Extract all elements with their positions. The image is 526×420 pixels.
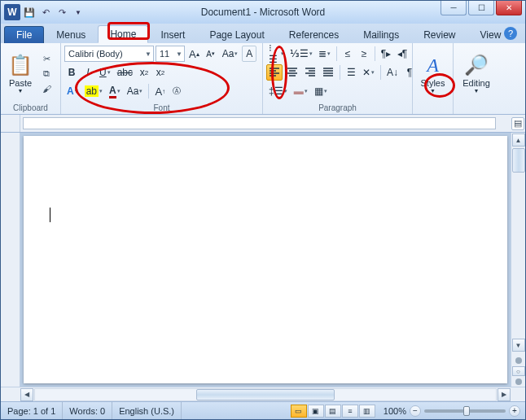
- scroll-left-icon[interactable]: ◀: [20, 388, 33, 401]
- cut-icon[interactable]: ✂: [40, 53, 53, 66]
- borders-icon[interactable]: ▦▾: [312, 83, 330, 99]
- shading-icon[interactable]: ▬▾: [291, 83, 310, 99]
- distributed-button[interactable]: ☰: [344, 64, 358, 81]
- editing-button[interactable]: 🔎 Editing ▼: [457, 47, 496, 101]
- horizontal-ruler[interactable]: [23, 117, 496, 129]
- tab-insert[interactable]: Insert: [148, 26, 197, 43]
- asian-layout-icon[interactable]: ✕▾: [360, 64, 377, 81]
- vertical-scrollbar[interactable]: ▲ ▼ ○: [511, 133, 525, 387]
- status-page[interactable]: Page: 1 of 1: [1, 402, 63, 419]
- font-name-value: Calibri (Body): [68, 49, 123, 59]
- increase-indent-icon[interactable]: ≥: [357, 46, 371, 62]
- font-size-combo[interactable]: 11▼: [156, 46, 185, 62]
- clear-formatting-icon[interactable]: A: [242, 46, 256, 62]
- underline-button[interactable]: U▾: [97, 64, 113, 81]
- styles-button[interactable]: A Styles ▼: [416, 47, 449, 101]
- web-layout-view-icon[interactable]: ▤: [325, 405, 341, 418]
- justify-button[interactable]: [320, 64, 336, 81]
- full-screen-view-icon[interactable]: ▣: [308, 405, 324, 418]
- ruler-toggle-icon[interactable]: ▤: [511, 117, 524, 130]
- bullets-icon[interactable]: ⁝☰▾: [266, 46, 287, 62]
- subscript-button[interactable]: x2: [137, 64, 151, 81]
- title-bar: W 💾 ↶ ↷ ▼ Document1 - Microsoft Word ─ ☐…: [1, 1, 525, 24]
- tab-menus[interactable]: Menus: [44, 26, 98, 43]
- tab-page-layout[interactable]: Page Layout: [197, 26, 276, 43]
- next-page-icon[interactable]: [515, 378, 522, 385]
- tab-home[interactable]: Home: [98, 25, 148, 43]
- shrink-font-icon[interactable]: A▾: [204, 46, 218, 62]
- vertical-ruler[interactable]: [1, 133, 20, 387]
- group-paragraph: ⁝☰▾ ⅓☰▾ ≣▾ ≤ ≥ ¶▸ ◂¶: [263, 43, 413, 114]
- print-layout-view-icon[interactable]: ▭: [291, 405, 307, 418]
- scroll-up-icon[interactable]: ▲: [512, 133, 525, 147]
- close-button[interactable]: ✕: [496, 1, 522, 15]
- status-bar: Page: 1 of 1 Words: 0 English (U.S.) ▭ ▣…: [1, 401, 525, 419]
- change-case-icon[interactable]: Aa▾: [220, 46, 241, 62]
- outline-view-icon[interactable]: ≡: [342, 405, 358, 418]
- scroll-thumb[interactable]: [512, 148, 525, 173]
- status-language[interactable]: English (U.S.): [112, 402, 182, 419]
- zoom-slider[interactable]: [424, 409, 506, 413]
- save-icon[interactable]: 💾: [22, 5, 37, 20]
- hscroll-thumb[interactable]: [196, 389, 335, 400]
- bold-button[interactable]: B: [64, 64, 79, 81]
- paste-button[interactable]: 📋 Paste ▼: [4, 47, 37, 101]
- ltr-direction-icon[interactable]: ¶▸: [379, 46, 393, 62]
- scroll-down-icon[interactable]: ▼: [512, 339, 525, 352]
- document-page[interactable]: [24, 136, 507, 383]
- qat-dropdown-icon[interactable]: ▼: [71, 5, 85, 20]
- zoom-level[interactable]: 100%: [384, 406, 406, 416]
- redo-icon[interactable]: ↷: [55, 5, 69, 20]
- horizontal-scrollbar[interactable]: ◀ ▶: [1, 387, 525, 401]
- copy-icon[interactable]: ⧉: [40, 68, 53, 81]
- text-cursor: [50, 208, 50, 222]
- line-spacing-icon[interactable]: ‡☰▾: [266, 83, 290, 99]
- status-words[interactable]: Words: 0: [63, 402, 112, 419]
- zoom-out-button[interactable]: −: [410, 405, 421, 417]
- paste-icon: 📋: [8, 54, 33, 77]
- multilevel-list-icon[interactable]: ≣▾: [317, 46, 333, 62]
- tab-file[interactable]: File: [4, 26, 44, 43]
- numbering-icon[interactable]: ⅓☰▾: [288, 46, 315, 62]
- group-font: Calibri (Body)▼ 11▼ A▴ A▾ Aa▾ A B I U▾ a…: [61, 43, 263, 114]
- help-icon[interactable]: ?: [504, 27, 517, 40]
- previous-page-icon[interactable]: [515, 357, 522, 364]
- character-shading-icon[interactable]: Aa▾: [125, 83, 146, 99]
- maximize-button[interactable]: ☐: [468, 1, 494, 15]
- decrease-indent-icon[interactable]: ≤: [340, 46, 355, 62]
- align-center-button[interactable]: [284, 64, 300, 81]
- align-right-button[interactable]: [302, 64, 318, 81]
- italic-button[interactable]: I: [81, 64, 95, 81]
- clipboard-group-label: Clipboard: [4, 102, 57, 114]
- rtl-direction-icon[interactable]: ◂¶: [395, 46, 410, 62]
- ribbon-tabs: File Menus Home Insert Page Layout Refer…: [1, 24, 525, 43]
- group-editing: 🔎 Editing ▼: [454, 43, 499, 114]
- tab-review[interactable]: Review: [411, 26, 467, 43]
- browse-object-icon[interactable]: ○: [512, 366, 525, 376]
- minimize-button[interactable]: ─: [441, 1, 467, 15]
- undo-icon[interactable]: ↶: [38, 5, 53, 20]
- draft-view-icon[interactable]: ▥: [359, 405, 375, 418]
- zoom-in-button[interactable]: +: [509, 405, 520, 417]
- format-painter-icon[interactable]: 🖌: [40, 82, 53, 95]
- font-name-combo[interactable]: Calibri (Body)▼: [64, 46, 154, 62]
- strikethrough-button[interactable]: abc: [115, 64, 135, 81]
- paragraph-group-label: Paragraph: [266, 102, 409, 114]
- word-app-icon[interactable]: W: [4, 4, 20, 20]
- tab-mailings[interactable]: Mailings: [351, 26, 411, 43]
- app-window: W 💾 ↶ ↷ ▼ Document1 - Microsoft Word ─ ☐…: [0, 0, 526, 420]
- tab-references[interactable]: References: [277, 26, 351, 43]
- font-group-label: Font: [64, 102, 259, 114]
- sort-icon[interactable]: A↓: [384, 64, 401, 81]
- align-left-button[interactable]: [266, 64, 283, 81]
- phonetic-guide-icon[interactable]: A↑: [152, 83, 168, 99]
- text-effects-icon[interactable]: A▾: [64, 83, 81, 99]
- grow-font-icon[interactable]: A▴: [186, 46, 202, 62]
- enclose-characters-icon[interactable]: Ⓐ: [169, 83, 184, 99]
- scroll-right-icon[interactable]: ▶: [498, 388, 511, 401]
- superscript-button[interactable]: x2: [153, 64, 168, 81]
- highlight-icon[interactable]: ab▾: [82, 83, 105, 99]
- font-color-icon[interactable]: A▾: [107, 83, 123, 99]
- font-size-value: 11: [160, 49, 169, 59]
- paste-label: Paste: [9, 78, 32, 88]
